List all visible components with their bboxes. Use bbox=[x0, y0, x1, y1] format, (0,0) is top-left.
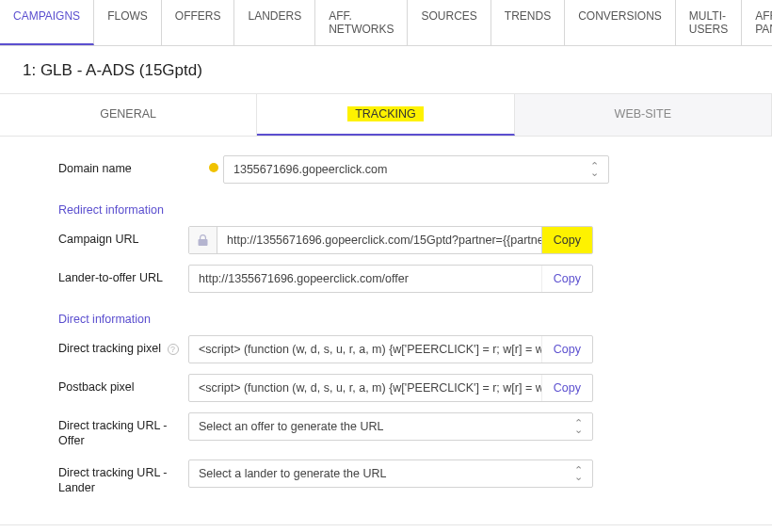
tab-flows[interactable]: FLOWS bbox=[94, 0, 162, 45]
tab-aff-networks[interactable]: AFF. NETWORKS bbox=[315, 0, 408, 45]
direct-pixel-input[interactable]: <script> (function (w, d, s, u, r, a, m)… bbox=[189, 336, 541, 363]
lander-to-offer-input[interactable]: http://1355671696.gopeerclick.com/offer bbox=[189, 266, 541, 292]
chevron-updown-icon: ⌃⌄ bbox=[574, 467, 583, 479]
tab-affiliate-panel[interactable]: AFFILIATE PANEL bbox=[742, 0, 772, 45]
direct-url-lander-select[interactable]: Select a lander to generate the URL ⌃⌄ bbox=[188, 459, 593, 488]
sub-tabs: GENERAL TRACKING WEB-SITE bbox=[0, 93, 772, 137]
chevron-updown-icon: ⌃⌄ bbox=[590, 163, 599, 175]
copy-postback-pixel-button[interactable]: Copy bbox=[541, 375, 592, 401]
campaign-url-input[interactable]: http://1355671696.gopeerclick.com/15Gptd… bbox=[217, 227, 541, 253]
domain-name-select[interactable]: 1355671696.gopeerclick.com ⌃⌄ bbox=[223, 155, 609, 184]
chevron-updown-icon: ⌃⌄ bbox=[574, 420, 583, 432]
tab-campaigns[interactable]: CAMPAIGNS bbox=[0, 0, 94, 45]
copy-campaign-url-button[interactable]: Copy bbox=[541, 227, 592, 253]
direct-section-title: Direct information bbox=[19, 303, 744, 335]
tab-multi-users[interactable]: MULTI-USERS bbox=[676, 0, 742, 45]
tab-offers[interactable]: OFFERS bbox=[162, 0, 235, 45]
redirect-section-title: Redirect information bbox=[19, 194, 744, 226]
notice-bar: i Changing these settings may affect the… bbox=[0, 525, 772, 532]
domain-name-label: Domain name bbox=[19, 155, 188, 176]
campaign-url-label: Campaign URL bbox=[19, 226, 188, 247]
postback-pixel-input[interactable]: <script> (function (w, d, s, u, r, a, m)… bbox=[189, 375, 541, 401]
tab-sources[interactable]: SOURCES bbox=[408, 0, 491, 45]
direct-url-offer-label: Direct tracking URL - Offer bbox=[19, 412, 188, 449]
tab-landers[interactable]: LANDERS bbox=[234, 0, 315, 45]
sub-tab-general[interactable]: GENERAL bbox=[0, 94, 257, 136]
page-title: 1: GLB - A-ADS (15Gptd) bbox=[0, 46, 772, 93]
copy-direct-pixel-button[interactable]: Copy bbox=[541, 336, 592, 363]
postback-pixel-label: Postback pixel bbox=[19, 374, 188, 395]
direct-pixel-label: Direct tracking pixel ? bbox=[19, 335, 188, 356]
tab-conversions[interactable]: CONVERSIONS bbox=[565, 0, 676, 45]
direct-url-lander-label: Direct tracking URL - Lander bbox=[19, 459, 188, 496]
lander-to-offer-label: Lander-to-offer URL bbox=[19, 265, 188, 285]
sub-tab-website[interactable]: WEB-SITE bbox=[515, 94, 772, 136]
direct-url-offer-select[interactable]: Select an offer to generate the URL ⌃⌄ bbox=[188, 412, 593, 441]
lock-icon bbox=[189, 227, 217, 253]
tab-trends[interactable]: TRENDS bbox=[491, 0, 565, 45]
sub-tab-tracking[interactable]: TRACKING bbox=[257, 94, 514, 136]
copy-lander-to-offer-button[interactable]: Copy bbox=[541, 266, 592, 292]
top-navigation: CAMPAIGNS FLOWS OFFERS LANDERS AFF. NETW… bbox=[0, 0, 772, 46]
help-icon[interactable]: ? bbox=[168, 344, 179, 355]
